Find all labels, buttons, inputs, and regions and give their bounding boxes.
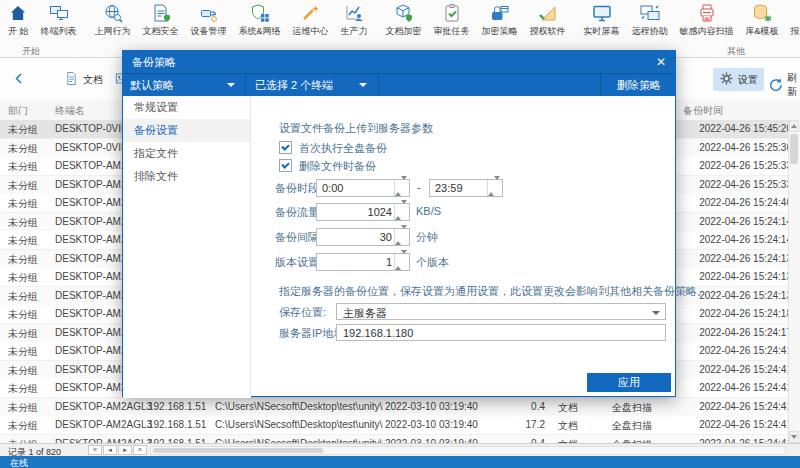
table-row[interactable]: 未分组DESKTOP-AM2AGL3192.168.1.51C:\Users\N… [0, 416, 789, 435]
cell-time: 2022-04-26 15:24:17 [680, 327, 792, 338]
prev-record-button[interactable]: ◂ [103, 445, 117, 455]
spinner-up-down-icon[interactable] [487, 180, 502, 196]
cell-dept: 未分组 [8, 123, 52, 137]
cell-time: 2022-04-26 15:24:41 [680, 419, 792, 430]
ribbon-tab-label: 库&模板 [746, 25, 779, 38]
ribbon-tab-internet-behavior[interactable]: 上网行为 [89, 0, 137, 44]
home-icon [8, 3, 28, 23]
ribbon-tab-ops-center[interactable]: 运维中心 [287, 0, 335, 44]
gear-icon [719, 71, 734, 88]
traffic-input[interactable]: 1024 [316, 203, 410, 221]
cell-time: 2022-04-26 15:24:40 [680, 197, 792, 208]
ribbon-tab-report-center[interactable]: 报表中心 [785, 0, 800, 44]
device-management-icon [199, 3, 219, 23]
cell-scan: 全盘扫描 [612, 401, 674, 415]
location-value: 主服务器 [343, 306, 387, 321]
period-end-input[interactable]: 23:59 [429, 179, 503, 197]
chevron-down-icon [652, 311, 660, 315]
next-record-button[interactable]: ▸ [118, 445, 132, 455]
cell-time: 2022-04-26 15:24:13 [680, 271, 792, 282]
status-bar: 记录 1 of 820 « ◂ ▸ » [0, 443, 800, 457]
ribbon-tab-approval-task[interactable]: 审批任务 [428, 0, 476, 44]
ribbon-tab-remote-assist[interactable]: 远程协助 [626, 0, 674, 44]
server-note-text: 指定服务器的备份位置，保存设置为通用设置，此设置更改会影响到其他相关备份策略。 [279, 284, 708, 299]
refresh-button[interactable]: 刷新 [762, 68, 800, 102]
spinner-up-down-icon[interactable] [394, 180, 409, 196]
settings-button[interactable]: 设置 [713, 68, 764, 91]
period-start-input[interactable]: 0:00 [316, 179, 410, 197]
spinner-up-down-icon[interactable] [394, 229, 409, 245]
ribbon-tab-label: 实时屏幕 [584, 25, 620, 38]
ribbon-tab-realtime-screen[interactable]: 实时屏幕 [578, 0, 626, 44]
cell-type: 文档 [558, 419, 600, 433]
checkbox-checked-icon[interactable] [279, 141, 292, 154]
encryption-policy-icon [490, 3, 510, 23]
column-header-dept[interactable]: 部门 [8, 104, 28, 118]
vertical-scrollbar[interactable] [788, 120, 800, 443]
server-ip-input[interactable]: 192.168.1.180 [336, 324, 666, 341]
back-arrow-icon [12, 71, 27, 88]
ribbon-tab-system-network[interactable]: 系统&网络 [233, 0, 287, 44]
interval-value: 30 [322, 231, 392, 243]
ribbon-tab-document-security[interactable]: 文档安全 [137, 0, 185, 44]
cell-dept: 未分组 [8, 234, 52, 248]
first-record-button[interactable]: « [88, 445, 102, 455]
ribbon-tab-encryption-policy[interactable]: 加密策略 [476, 0, 524, 44]
interval-input[interactable]: 30 [316, 228, 410, 246]
scroll-down-button[interactable] [789, 431, 799, 443]
back-button[interactable] [6, 68, 33, 91]
table-row[interactable]: 未分组DESKTOP-AM2AGL3192.168.1.51C:\Users\N… [0, 435, 789, 444]
cell-dept: 未分组 [8, 382, 52, 396]
scrollbar-thumb[interactable] [790, 134, 798, 164]
last-record-button[interactable]: » [133, 445, 147, 455]
ribbon-tab-authorized-software[interactable]: 授权软件 [524, 0, 572, 44]
cell-dept: 未分组 [8, 345, 52, 359]
horizontal-scrollbar[interactable] [150, 446, 786, 455]
cell-time: 2022-04-26 15:45:20 [680, 123, 792, 134]
cell-scan: 全盘扫描 [612, 419, 674, 433]
version-input[interactable]: 1 [316, 253, 410, 271]
ribbon-group-label-other: 其他 [727, 45, 745, 58]
column-header-terminal[interactable]: 终端名 [55, 104, 85, 118]
ribbon-tab-label: 系统&网络 [239, 25, 281, 38]
spinner-up-down-icon[interactable] [394, 254, 409, 270]
horizontal-scrollbar-thumb[interactable] [153, 448, 323, 453]
ribbon-tab-sensitive-scan[interactable]: 敏感内容扫描 [674, 0, 740, 44]
doc-filter-button[interactable]: 文档 [58, 68, 109, 91]
column-header-backup-time[interactable]: 备份时间 [683, 104, 723, 118]
ops-center-icon [301, 3, 321, 23]
scroll-up-button[interactable] [789, 120, 799, 132]
cell-dept: 未分组 [8, 197, 52, 211]
cell-size: 0.4 [495, 401, 545, 412]
spinner-up-down-icon[interactable] [394, 204, 409, 220]
traffic-value: 1024 [322, 206, 392, 218]
cell-dept: 未分组 [8, 271, 52, 285]
refresh-label: 刷新 [787, 71, 797, 99]
delete-backup-checkbox-row: 删除文件时备份 [279, 159, 376, 173]
cell-dept: 未分组 [8, 253, 52, 267]
cell-dept: 未分组 [8, 308, 52, 322]
ribbon-tab-terminal-list[interactable]: 终端列表 [35, 0, 83, 44]
traffic-unit-label: KB/S [416, 205, 441, 217]
ribbon-tab-document-encryption[interactable]: 文档加密 [380, 0, 428, 44]
location-dropdown[interactable]: 主服务器 [336, 303, 666, 320]
table-row[interactable]: 未分组DESKTOP-AM2AGL3192.168.1.51C:\Users\N… [0, 398, 789, 417]
ribbon-tab-library-template[interactable]: 库&模板 [740, 0, 785, 44]
settings-label: 设置 [738, 73, 758, 87]
ribbon-tab-label: 开 始 [8, 25, 29, 38]
form-intro-text: 设置文件备份上传到服务器参数 [279, 121, 433, 136]
cell-time: 2022-04-26 15:24:13 [680, 253, 792, 264]
library-template-icon [752, 3, 772, 23]
full-backup-checkbox-row: 首次执行全盘备份 [279, 141, 387, 155]
checkbox-checked-icon[interactable] [279, 159, 292, 172]
ribbon-tab-label: 报表中心 [791, 25, 800, 38]
cell-time: 2022-04-26 15:25:33 [680, 179, 792, 190]
ribbon-tab-device-management[interactable]: 设备管理 [185, 0, 233, 44]
apply-button[interactable]: 应用 [587, 373, 671, 392]
ribbon-tab-productivity[interactable]: 生产力 [335, 0, 374, 44]
ribbon-tab-label: 敏感内容扫描 [680, 25, 734, 38]
ribbon-tabs: 开 始终端列表上网行为文档安全设备管理系统&网络运维中心生产力文档加密审批任务加… [0, 0, 800, 44]
ribbon-tab-home[interactable]: 开 始 [2, 0, 35, 44]
server-ip-value: 192.168.1.180 [343, 327, 413, 339]
ribbon-tab-label: 文档安全 [143, 25, 179, 38]
